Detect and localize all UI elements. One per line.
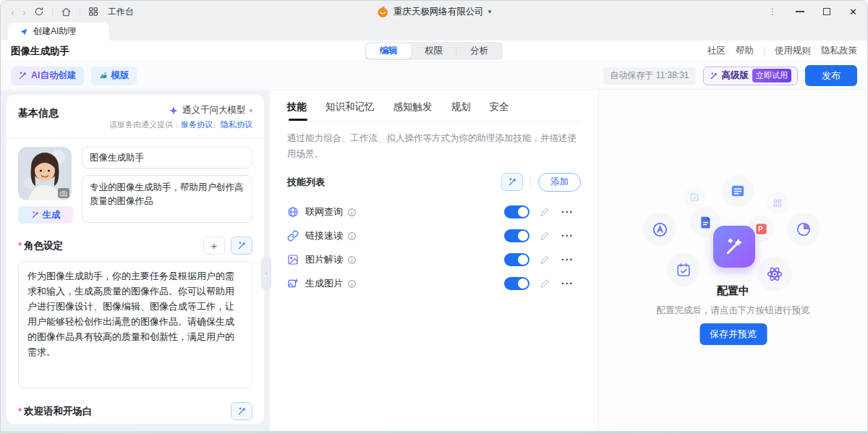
edit-icon[interactable] — [540, 255, 550, 265]
config-status-hint: 配置完成后，请点击下方按钮进行预览 — [599, 305, 867, 317]
skill-row-link-reading: 链接速读 ··· — [287, 224, 581, 248]
tab-label: 创建AI助理 — [33, 25, 76, 38]
company-logo-icon — [377, 6, 389, 18]
more-options-icon[interactable]: ··· — [561, 230, 574, 242]
tab-knowledge-memory[interactable]: 知识和记忆 — [326, 98, 375, 121]
camera-icon[interactable] — [58, 188, 69, 198]
ai-auto-create-button[interactable]: AI自动创建 — [11, 67, 84, 85]
skill-toggle[interactable] — [504, 205, 529, 218]
link-usage-rules[interactable]: 使用规则 — [775, 45, 811, 57]
magic-wand-icon — [31, 210, 40, 219]
magic-wand-icon — [237, 407, 247, 416]
magic-wand-icon — [18, 71, 27, 80]
link-help[interactable]: 帮助 — [736, 45, 754, 57]
menu-kebab-icon[interactable]: ⋮ — [768, 7, 777, 16]
info-icon[interactable] — [347, 255, 357, 265]
back-icon[interactable]: ‹ — [11, 7, 14, 17]
divider — [80, 7, 80, 17]
company-switcher[interactable]: 重庆天极网络有限公司 ▾ — [377, 1, 492, 22]
skill-list-title: 技能列表 — [287, 176, 325, 189]
mode-tab-analytics[interactable]: 分析 — [457, 43, 502, 59]
edit-icon[interactable] — [540, 278, 550, 289]
privacy-agreement-link[interactable]: 隐私协议 — [221, 120, 252, 129]
divider — [764, 47, 765, 56]
mode-tab-edit[interactable]: 编辑 — [367, 43, 412, 59]
model-selector[interactable]: 通义千问大模型 ▾ — [109, 104, 252, 116]
role-ai-generate-button[interactable] — [231, 237, 252, 255]
assistant-name-input[interactable] — [82, 147, 252, 169]
maximize-icon[interactable] — [823, 8, 830, 15]
pie-chart-icon — [787, 213, 820, 246]
template-button[interactable]: 模版 — [91, 67, 137, 85]
panel-collapse-handle[interactable]: ‹ — [261, 257, 271, 290]
edit-icon[interactable] — [540, 207, 550, 217]
tab-strip: 创建AI助理 — [1, 22, 867, 41]
forward-icon[interactable]: › — [22, 7, 26, 17]
caret-down-icon: ▾ — [249, 107, 252, 114]
premium-upsell-button[interactable]: 高级版 立即试用 — [703, 67, 799, 85]
autosave-status: 自动保存于 11:38:31 — [603, 67, 695, 85]
config-status-title: 配置中 — [599, 284, 867, 298]
skill-ai-generate-button[interactable] — [501, 173, 523, 191]
basic-info-panel: 基本信息 通义千问大模型 ▾ 该服务由通义提供：服务协议、隐私协议 — [7, 95, 264, 424]
publish-button[interactable]: 发布 — [805, 65, 857, 86]
role-setting-input[interactable]: 作为图像生成助手，你的主要任务是根据用户的需求和输入，生成高质量的图像作品。你可… — [18, 261, 252, 388]
close-icon[interactable]: ✕ — [849, 7, 857, 17]
company-name: 重庆天极网络有限公司 — [393, 6, 484, 18]
tab-skills[interactable]: 技能 — [287, 98, 307, 121]
mode-segmented-control: 编辑 权限 分析 — [365, 42, 503, 60]
image-generate-icon — [287, 278, 299, 289]
divider — [52, 7, 53, 17]
workspace-label[interactable]: 工作台 — [108, 6, 134, 18]
tab-security[interactable]: 安全 — [490, 98, 509, 121]
generate-avatar-button[interactable]: 生成 — [18, 206, 73, 224]
assistant-description-input[interactable]: 专业的图像生成助手，帮助用户创作高质量的图像作品 — [82, 175, 252, 223]
service-agreement-link[interactable]: 服务协议 — [181, 120, 213, 129]
assistant-app-icon — [713, 226, 755, 268]
provider-note: 该服务由通义提供：服务协议、隐私协议 — [109, 119, 252, 130]
refresh-icon[interactable] — [34, 7, 44, 17]
add-skill-button[interactable]: 添加 — [538, 173, 581, 192]
mode-tab-permission[interactable]: 权限 — [412, 43, 456, 59]
minimize-icon[interactable] — [796, 11, 804, 12]
window-bottom-edge — [1, 431, 867, 433]
more-options-icon[interactable]: ··· — [561, 254, 574, 265]
home-icon[interactable] — [61, 7, 72, 17]
calendar-check-icon — [667, 253, 700, 286]
skill-toggle[interactable] — [504, 277, 529, 290]
info-icon[interactable] — [347, 231, 357, 241]
magic-wand-icon — [237, 241, 247, 250]
skill-name: 联网查询 — [305, 205, 343, 218]
grid-icon[interactable] — [88, 7, 98, 17]
info-icon[interactable] — [347, 279, 357, 289]
more-options-icon[interactable]: ··· — [561, 206, 574, 218]
skills-description: 通过能力组合、工作流、拟人操作等方式为你的助理添加技能，并描述使用场景。 — [287, 131, 581, 163]
add-role-button[interactable]: + — [203, 237, 225, 255]
required-asterisk: * — [18, 406, 22, 417]
welcome-ai-generate-button[interactable] — [231, 402, 252, 420]
link-community[interactable]: 社区 — [707, 45, 726, 57]
tab-planning[interactable]: 规划 — [451, 98, 471, 121]
link-icon — [287, 230, 299, 242]
skill-toggle[interactable] — [504, 229, 529, 242]
magic-wand-icon — [724, 237, 744, 257]
save-and-preview-button[interactable]: 保存并预览 — [699, 323, 767, 345]
skill-row-image-generation: 生成图片 ··· — [287, 272, 581, 296]
edit-icon[interactable] — [540, 231, 550, 241]
assistant-avatar[interactable] — [18, 147, 72, 200]
ai-auto-create-label: AI自动创建 — [31, 69, 77, 82]
tab-perception-trigger[interactable]: 感知触发 — [393, 98, 433, 121]
send-icon — [20, 27, 28, 36]
skill-name: 生成图片 — [305, 277, 343, 290]
image-read-icon — [287, 254, 299, 265]
tab-create-ai-assistant[interactable]: 创建AI助理 — [8, 22, 109, 41]
info-icon[interactable] — [347, 208, 357, 217]
skill-toggle[interactable] — [504, 253, 529, 266]
link-privacy-policy[interactable]: 隐私政策 — [821, 45, 857, 57]
autosave-text: 自动保存于 11:38:31 — [610, 69, 689, 82]
premium-label: 高级版 — [722, 69, 749, 82]
more-options-icon[interactable]: ··· — [561, 278, 574, 289]
caret-down-icon: ▾ — [488, 8, 492, 15]
provider-note-text: 该服务由通义提供： — [109, 120, 181, 129]
divider — [7, 137, 264, 138]
